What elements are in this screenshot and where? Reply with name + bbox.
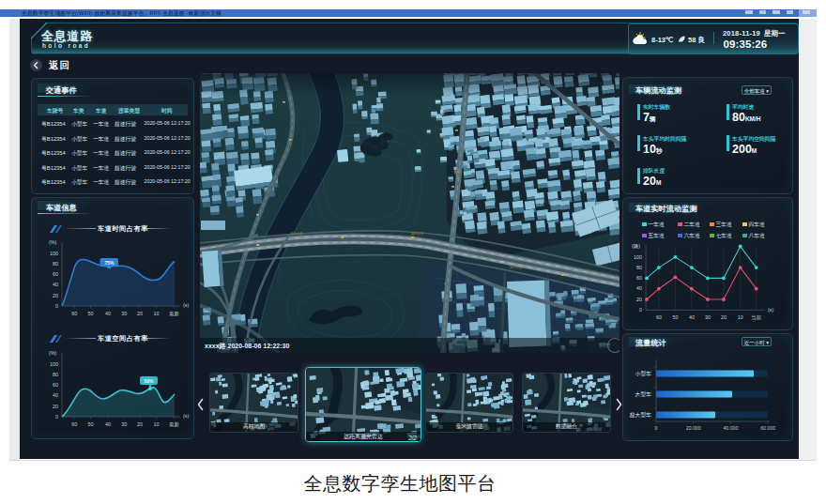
svg-text:60: 60 bbox=[53, 271, 58, 277]
svg-text:40: 40 bbox=[53, 282, 58, 287]
svg-text:60: 60 bbox=[71, 311, 77, 316]
svg-text:60: 60 bbox=[53, 382, 58, 388]
svg-text:40.000: 40.000 bbox=[723, 425, 738, 431]
svg-text:(s): (s) bbox=[183, 413, 189, 419]
svg-text:滨海大道: 滨海大道 bbox=[411, 232, 424, 236]
svg-text:40: 40 bbox=[105, 421, 111, 427]
svg-text:0: 0 bbox=[655, 425, 658, 431]
svg-text:最新: 最新 bbox=[169, 421, 179, 427]
svg-text:(s): (s) bbox=[768, 307, 773, 313]
svg-text:50%: 50% bbox=[144, 378, 154, 384]
svg-text:10: 10 bbox=[738, 314, 743, 320]
svg-text:80: 80 bbox=[53, 261, 58, 267]
svg-text:10: 10 bbox=[154, 311, 160, 316]
svg-text:当前: 当前 bbox=[751, 314, 761, 320]
svg-text:80: 80 bbox=[636, 265, 642, 270]
svg-text:(%): (%) bbox=[49, 350, 57, 356]
svg-text:滨海大道: 滨海大道 bbox=[290, 232, 303, 236]
svg-text:100: 100 bbox=[50, 361, 58, 367]
svg-text:(%): (%) bbox=[49, 239, 57, 245]
svg-text:20: 20 bbox=[53, 404, 58, 409]
svg-text:40: 40 bbox=[53, 392, 58, 398]
svg-text:100: 100 bbox=[634, 254, 642, 260]
svg-text:10: 10 bbox=[154, 421, 160, 427]
svg-text:0: 0 bbox=[639, 307, 642, 313]
svg-text:60: 60 bbox=[71, 421, 77, 427]
svg-text:40: 40 bbox=[689, 314, 695, 320]
svg-text:大型车: 大型车 bbox=[635, 390, 652, 397]
svg-text:20: 20 bbox=[636, 297, 642, 302]
svg-text:100: 100 bbox=[50, 251, 58, 256]
svg-text:60.000: 60.000 bbox=[760, 425, 775, 431]
svg-text:20.000: 20.000 bbox=[686, 425, 701, 431]
svg-text:20: 20 bbox=[137, 311, 143, 316]
svg-text:40: 40 bbox=[636, 285, 642, 291]
svg-text:20: 20 bbox=[53, 293, 58, 298]
svg-text:超大型车: 超大型车 bbox=[630, 411, 651, 419]
svg-text:50: 50 bbox=[672, 314, 678, 320]
svg-text:小型车: 小型车 bbox=[635, 370, 652, 376]
svg-text:滨海大道: 滨海大道 bbox=[510, 266, 523, 269]
svg-text:50: 50 bbox=[88, 421, 94, 427]
svg-text:60: 60 bbox=[656, 314, 662, 320]
svg-text:0: 0 bbox=[55, 414, 58, 420]
svg-text:(辆): (辆) bbox=[632, 243, 640, 250]
svg-text:30: 30 bbox=[705, 314, 711, 320]
svg-text:30: 30 bbox=[121, 311, 127, 316]
svg-text:0: 0 bbox=[55, 303, 58, 309]
svg-text:60: 60 bbox=[636, 275, 642, 281]
svg-text:75%: 75% bbox=[104, 260, 115, 266]
svg-text:20: 20 bbox=[137, 421, 143, 427]
svg-text:40: 40 bbox=[105, 311, 111, 316]
svg-text:(s): (s) bbox=[183, 302, 189, 308]
svg-text:最新: 最新 bbox=[169, 311, 179, 316]
svg-text:20: 20 bbox=[721, 314, 727, 320]
svg-text:80: 80 bbox=[53, 372, 58, 377]
svg-text:30: 30 bbox=[121, 421, 127, 427]
svg-text:50: 50 bbox=[88, 311, 94, 316]
